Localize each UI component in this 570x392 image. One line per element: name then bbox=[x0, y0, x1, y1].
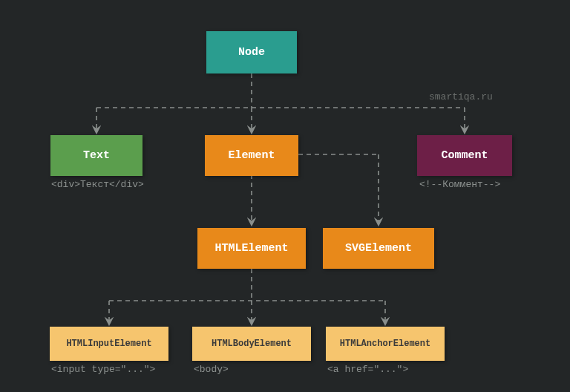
box-text: Text bbox=[50, 135, 142, 176]
box-htmlelement: HTMLElement bbox=[197, 228, 306, 269]
watermark: smartiqa.ru bbox=[429, 91, 493, 102]
box-htmlinputelement: HTMLInputElement bbox=[50, 327, 168, 361]
caption-anchor: <a href="..."> bbox=[327, 364, 408, 375]
box-node: Node bbox=[206, 31, 297, 74]
caption-input: <input type="..."> bbox=[51, 364, 155, 375]
caption-comment: <!--Коммент--> bbox=[419, 179, 500, 190]
caption-text: <div>Текст</div> bbox=[51, 179, 144, 190]
box-svgelement: SVGElement bbox=[323, 228, 434, 269]
box-htmlanchorelement: HTMLAnchorElement bbox=[326, 327, 445, 361]
box-comment: Comment bbox=[417, 135, 512, 176]
caption-body: <body> bbox=[194, 364, 229, 375]
box-htmlbodyelement: HTMLBodyElement bbox=[192, 327, 311, 361]
box-element: Element bbox=[205, 135, 298, 176]
